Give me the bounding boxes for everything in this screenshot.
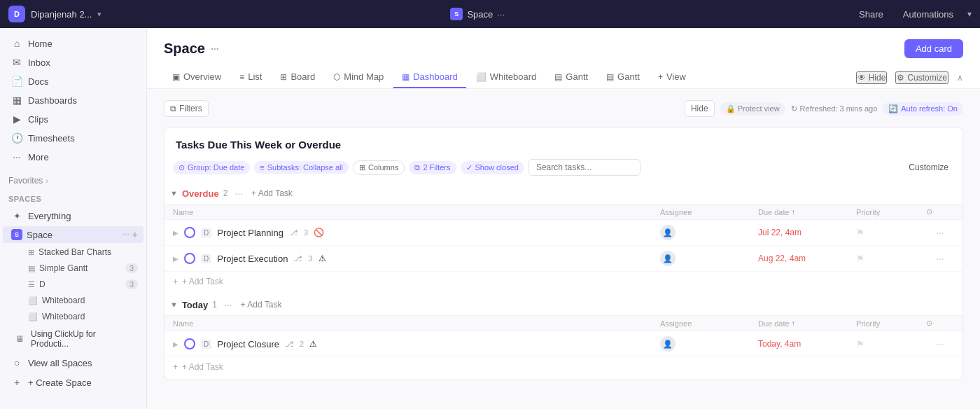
share-button[interactable]: Share — [853, 6, 889, 22]
subtasks-chip[interactable]: ≡ Subtasks: Collapse all — [254, 161, 349, 174]
top-bar: D Dipanjenah 2... ▾ S Space ··· Share Au… — [0, 0, 980, 28]
show-closed-chip[interactable]: ✓ Show closed — [461, 161, 524, 174]
task-warn-3: ⚠ — [309, 339, 317, 349]
sidebar-sub-stacked[interactable]: ⊞ Stacked Bar Charts — [22, 244, 144, 260]
sidebar-item-home[interactable]: ⌂ Home — [3, 34, 144, 53]
sidebar-favorites[interactable]: Favorites › — [0, 172, 146, 189]
sidebar-sub-whiteboard2[interactable]: ⬜ Whiteboard — [22, 309, 144, 324]
workspace-chevron[interactable]: ▾ — [97, 10, 102, 19]
columns-chip[interactable]: ⊞ Columns — [353, 160, 405, 175]
group-chip[interactable]: ⊙ Group: Due date — [173, 161, 250, 174]
sidebar-item-dashboards[interactable]: ▦ Dashboards — [3, 91, 144, 109]
assignee-icon-1[interactable]: 👤 — [660, 225, 676, 240]
topbar-space-name: Space — [467, 9, 493, 20]
sidebar-item-more[interactable]: ··· More — [3, 148, 144, 166]
tab-dashboard[interactable]: ▦ Dashboard — [393, 67, 466, 88]
tab-gantt2[interactable]: ▤ Gantt — [598, 67, 648, 88]
sidebar-d-label: D — [39, 279, 46, 289]
tab-mindmap[interactable]: ⬡ Mind Map — [325, 67, 392, 88]
collapse-button[interactable]: ∧ — [957, 73, 963, 83]
gantt2-icon: ▤ — [606, 72, 614, 82]
columns-icon: ⊞ — [359, 163, 365, 172]
tab-board[interactable]: ⊞ Board — [272, 67, 323, 88]
page-dots[interactable]: ··· — [211, 43, 219, 55]
sort-icon-today: ↑ — [792, 319, 795, 327]
sidebar-item-using-clickup[interactable]: 🖥 Using ClickUp for Producti... — [3, 326, 144, 352]
tab-view[interactable]: + View — [650, 67, 694, 88]
search-input[interactable] — [528, 159, 640, 176]
overdue-dots[interactable]: ··· — [234, 188, 243, 199]
name-header-label: Name — [173, 208, 193, 216]
space-dot-icon: S — [11, 229, 22, 240]
tab-list[interactable]: ≡ List — [231, 67, 270, 88]
sidebar-item-inbox[interactable]: ✉ Inbox — [3, 53, 144, 71]
customize-button[interactable]: ⚙ Customize — [895, 71, 948, 84]
hide-filter-button[interactable]: Hide — [685, 100, 715, 117]
task-options-btn-2[interactable]: ··· — [936, 253, 944, 264]
task-name-3: Project Closure — [217, 339, 279, 349]
subtasks-icon: ≡ — [260, 163, 264, 172]
sidebar-item-space[interactable]: S Space ··· + — [3, 226, 144, 243]
sidebar-sub-whiteboard1[interactable]: ⬜ Whiteboard — [22, 293, 144, 308]
col-priority-header: Priority — [856, 207, 926, 216]
space-plus-btn[interactable]: + — [132, 229, 138, 240]
sidebar-item-create-space[interactable]: + + Create Space — [3, 373, 144, 391]
tab-whiteboard[interactable]: ⬜ Whiteboard — [468, 67, 545, 88]
sidebar-create-space-label: + Create Space — [28, 377, 92, 388]
task-status-1[interactable] — [184, 227, 195, 238]
overdue-section: ▼ Overdue 2 ··· + Add Task Name Assignee — [164, 183, 962, 291]
customize-widget-button[interactable]: Customize — [903, 160, 954, 175]
tab-gantt1[interactable]: ▤ Gantt — [546, 67, 596, 88]
sidebar-d-count: 3 — [125, 279, 138, 289]
sidebar-item-docs[interactable]: 📄 Docs — [3, 72, 144, 90]
task-sub-count-2: 3 — [308, 254, 312, 263]
sidebar-sub-d[interactable]: ☰ D 3 — [22, 277, 144, 292]
assignee-icon-2[interactable]: 👤 — [660, 251, 676, 266]
today-section-header[interactable]: ▼ Today 1 ··· + Add Task — [164, 294, 962, 315]
filters-chip[interactable]: ⧉ 2 Filters — [409, 161, 456, 174]
favorites-label: Favorites — [8, 176, 43, 186]
assignee-icon-3[interactable]: 👤 — [660, 336, 676, 352]
sidebar-item-timesheets[interactable]: 🕐 Timesheets — [3, 129, 144, 147]
topbar-space-dots[interactable]: ··· — [497, 9, 505, 20]
refresh-icon: ↻ — [791, 104, 797, 113]
sidebar-item-everything[interactable]: ✦ Everything — [3, 207, 144, 225]
sidebar-sub-gantt[interactable]: ▤ Simple Gantt 3 — [22, 261, 144, 276]
protect-view-label: Protect view — [738, 104, 780, 113]
sidebar-item-view-all[interactable]: ○ View all Spaces — [3, 354, 144, 372]
automations-button[interactable]: Automations — [897, 6, 959, 22]
task-d-badge-3: D — [201, 340, 211, 349]
auto-refresh-pill[interactable]: 🔄 Auto refresh: On — [883, 102, 963, 116]
task-expand-1[interactable]: ▶ — [173, 229, 178, 237]
today-add-task[interactable]: + Add Task — [237, 298, 286, 311]
view-all-icon: ○ — [11, 357, 22, 368]
home-icon: ⌂ — [11, 38, 22, 49]
task-options-btn-3[interactable]: ··· — [936, 338, 944, 349]
group-chip-label: Group: Due date — [188, 163, 244, 172]
add-task-label-2: + Add Task — [182, 362, 223, 372]
table-row: ▶ D Project Execution ⎇ 3 ⚠ 👤 Aug 22, 4a… — [164, 246, 962, 272]
space-more-dots[interactable]: ··· — [122, 229, 130, 240]
task-options-btn-1[interactable]: ··· — [936, 227, 944, 238]
task-status-3[interactable] — [184, 338, 195, 349]
task-due-date-1: Jul 22, 4am — [758, 228, 856, 237]
task-due-date-3: Today, 4am — [758, 339, 856, 349]
task-expand-2[interactable]: ▶ — [173, 255, 178, 263]
overdue-add-task[interactable]: + Add Task — [247, 187, 297, 200]
today-add-task-row[interactable]: + + Add Task — [164, 357, 962, 377]
task-expand-3[interactable]: ▶ — [173, 340, 178, 348]
task-due-date-2: Aug 22, 4am — [758, 254, 856, 263]
today-dots[interactable]: ··· — [224, 299, 232, 310]
tab-overview[interactable]: ▣ Overview — [164, 67, 230, 88]
hide-button[interactable]: 👁 Hide — [856, 71, 888, 84]
sidebar-item-clips[interactable]: ▶ Clips — [3, 110, 144, 128]
filters-button[interactable]: ⧉ Filters — [164, 100, 209, 117]
overdue-add-task-row[interactable]: + + Add Task — [164, 272, 962, 291]
workspace-icon[interactable]: D — [8, 6, 25, 22]
tab-board-label: Board — [290, 71, 315, 82]
table-row: ▶ D Project Closure ⎇ 2 ⚠ 👤 Today, 4am — [164, 331, 962, 357]
add-card-button[interactable]: Add card — [904, 39, 963, 58]
filter-right: Hide 🔒 Protect view ↻ Refreshed: 3 mins … — [685, 100, 963, 117]
task-status-2[interactable] — [184, 253, 195, 264]
overdue-section-header[interactable]: ▼ Overdue 2 ··· + Add Task — [164, 183, 962, 204]
